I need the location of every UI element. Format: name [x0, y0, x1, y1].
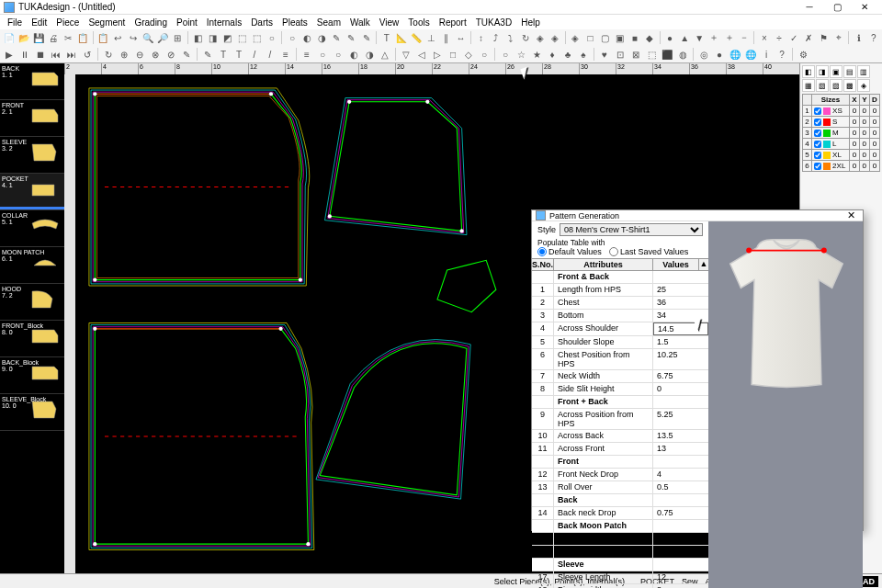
toolbar-btn[interactable]: ✓ — [787, 30, 801, 45]
attr-row[interactable]: 8Side Slit Height0 — [532, 383, 708, 396]
toolbar-btn[interactable]: 💾 — [31, 30, 45, 45]
radio-lastsaved[interactable]: Last Saved Values — [609, 247, 688, 256]
toolbar-btn[interactable]: ✎ — [200, 47, 215, 62]
toolbar-btn[interactable]: ● — [662, 30, 676, 45]
toolbar-btn[interactable]: ○ — [331, 47, 345, 62]
toolbar-btn[interactable]: ⏸ — [17, 47, 32, 62]
toolbar-btn[interactable]: T — [216, 47, 231, 62]
piece-item[interactable]: SLEEVE_Block10. 0 — [0, 394, 64, 431]
toolbar-btn[interactable]: ▣ — [613, 30, 627, 45]
toolbar-btn[interactable]: ⬛ — [660, 47, 674, 62]
menu-report[interactable]: Report — [435, 17, 470, 28]
menu-piece[interactable]: Piece — [52, 17, 83, 28]
toolbar-btn[interactable]: ◑ — [362, 47, 377, 62]
toolbar-btn[interactable]: ▶ — [2, 47, 17, 62]
menu-grading[interactable]: Grading — [130, 17, 171, 28]
toolbar-btn[interactable]: ✎ — [345, 30, 358, 45]
attr-row[interactable]: 1Length from HPS25 — [532, 284, 708, 297]
side-tool-btn[interactable]: ▤ — [843, 65, 856, 78]
size-row[interactable]: 2 S000 — [803, 117, 880, 128]
toolbar-btn[interactable]: △ — [378, 47, 392, 62]
toolbar-btn[interactable]: T — [379, 30, 393, 45]
toolbar-btn[interactable]: ? — [775, 47, 789, 62]
toolbar-btn[interactable]: ◍ — [675, 47, 690, 62]
attr-row[interactable]: 11Across Front13 — [532, 443, 708, 456]
toolbar-btn[interactable]: 📏 — [409, 30, 423, 45]
toolbar-btn[interactable]: ● — [712, 47, 727, 62]
toolbar-btn[interactable]: ⊕ — [117, 47, 131, 62]
piece-item[interactable]: FRONT_Block8. 0 — [0, 321, 64, 357]
side-tool-btn[interactable]: ▣ — [830, 65, 842, 78]
menu-help[interactable]: Help — [517, 17, 544, 28]
toolbar-btn[interactable]: － — [737, 30, 751, 45]
toolbar-btn[interactable]: ◈ — [533, 30, 547, 45]
size-grade-table[interactable]: SizesXYD 1 XS0002 S0003 M0004 L0005 XL00… — [802, 94, 880, 172]
toolbar-btn[interactable]: ↪ — [126, 30, 140, 45]
toolbar-btn[interactable]: ⚑ — [817, 30, 831, 45]
toolbar-btn[interactable]: ↔ — [454, 30, 468, 45]
toolbar-btn[interactable]: ■ — [628, 30, 641, 45]
toolbar-btn[interactable]: ↩ — [111, 30, 125, 45]
side-tool-btn[interactable]: ▥ — [857, 65, 870, 78]
toolbar-btn[interactable]: i — [759, 47, 774, 62]
menu-pleats[interactable]: Pleats — [278, 17, 311, 28]
toolbar-btn[interactable]: ⤵ — [503, 30, 517, 45]
toolbar-btn[interactable]: ✎ — [179, 47, 194, 62]
toolbar-btn[interactable]: ⊡ — [613, 47, 628, 62]
piece-item[interactable]: POCKET4. 1 — [0, 174, 64, 210]
menu-segment[interactable]: Segment — [85, 17, 129, 28]
toolbar-btn[interactable]: ◑ — [315, 30, 329, 45]
toolbar-btn[interactable]: 🌐 — [728, 47, 742, 62]
toolbar-btn[interactable]: ⬚ — [250, 30, 264, 45]
size-row[interactable]: 3 M000 — [803, 128, 880, 139]
toolbar-btn[interactable]: ○ — [477, 47, 492, 62]
side-tool-btn[interactable]: ▦ — [802, 79, 815, 92]
toolbar-btn[interactable]: T — [232, 47, 246, 62]
toolbar-btn[interactable]: 🖨 — [46, 30, 60, 45]
toolbar-btn[interactable]: ⏭ — [64, 47, 79, 62]
toolbar-btn[interactable]: ⤴ — [489, 30, 503, 45]
toolbar-btn[interactable]: ÷ — [772, 30, 786, 45]
pattern-generation-dialog[interactable]: Pattern Generation ✕ Style 08 Men's Crew… — [531, 209, 864, 531]
toolbar-btn[interactable]: / — [263, 47, 277, 62]
toolbar-btn[interactable]: 📋 — [76, 30, 90, 45]
toolbar-btn[interactable]: 🔎 — [155, 30, 169, 45]
toolbar-btn[interactable]: ⊖ — [132, 47, 147, 62]
toolbar-btn[interactable]: ↻ — [518, 30, 532, 45]
toolbar-btn[interactable]: / — [247, 47, 262, 62]
toolbar-btn[interactable]: ↻ — [101, 47, 116, 62]
attr-row[interactable]: 2Chest36 — [532, 297, 708, 310]
toolbar-btn[interactable]: ≡ — [278, 47, 293, 62]
size-row[interactable]: 5 XL000 — [803, 150, 880, 161]
toolbar-btn[interactable]: ◈ — [548, 30, 562, 45]
attr-row[interactable]: 5Shoulder Slope1.5 — [532, 336, 708, 349]
toolbar-btn[interactable]: ▷ — [430, 47, 445, 62]
menu-darts[interactable]: Darts — [247, 17, 277, 28]
toolbar-btn[interactable]: ◈ — [569, 30, 582, 45]
toolbar-btn[interactable]: ＋ — [722, 30, 736, 45]
attr-row[interactable]: 12Front Neck Drop4 — [532, 469, 708, 481]
toolbar-btn[interactable]: ⊥ — [424, 30, 438, 45]
size-row[interactable]: 4 L000 — [803, 139, 880, 150]
toolbar-btn[interactable]: ★ — [529, 47, 544, 62]
style-select[interactable]: 08 Men's Crew T-Shirt1 — [560, 223, 703, 236]
toolbar-btn[interactable]: ◆ — [642, 30, 656, 45]
piece-item[interactable]: BACK_Block9. 0 — [0, 357, 64, 394]
toolbar-btn[interactable]: ○ — [285, 30, 299, 45]
piece-item[interactable]: FRONT2. 1 — [0, 100, 64, 137]
toolbar-btn[interactable]: ◨ — [206, 30, 220, 45]
attr-row[interactable]: 17Sleeve Length12 — [532, 571, 708, 584]
attr-row[interactable]: 4Across Shoulder14.5 — [532, 322, 708, 336]
toolbar-btn[interactable]: ↺ — [80, 47, 95, 62]
toolbar-btn[interactable]: ∥ — [439, 30, 453, 45]
piece-item[interactable]: MOON PATCH6. 1 — [0, 247, 64, 284]
side-tool-btn[interactable]: ◨ — [816, 65, 829, 78]
window-max-button[interactable]: ▢ — [823, 1, 851, 14]
toolbar-btn[interactable]: ⊗ — [148, 47, 163, 62]
menu-file[interactable]: File — [4, 17, 26, 28]
attributes-table[interactable]: Front & Back1Length from HPS252Chest363B… — [532, 271, 708, 588]
menu-walk[interactable]: Walk — [346, 17, 374, 28]
toolbar-btn[interactable]: ☆ — [514, 47, 528, 62]
toolbar-btn[interactable]: ◩ — [220, 30, 234, 45]
menu-tools[interactable]: Tools — [404, 17, 433, 28]
